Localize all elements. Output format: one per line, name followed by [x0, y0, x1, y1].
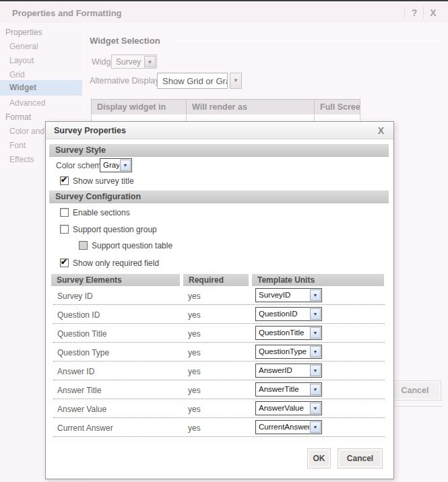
enable-sections-label: Enable sections	[73, 208, 130, 217]
survey-properties-dialog: Survey Properties X Survey Style Color s…	[45, 121, 394, 479]
support-question-group-checkbox[interactable]: ✔	[60, 225, 69, 234]
element-name: Question Title	[57, 329, 106, 339]
template-unit-value: SurveyID	[256, 289, 309, 302]
alternative-display-value: Show Grid or Graph	[162, 76, 228, 86]
required-value: yes	[188, 348, 201, 357]
sidebar-item-advanced[interactable]: Advanced	[0, 96, 82, 110]
element-name: Question Type	[57, 348, 109, 357]
table-row-current-answer: Current Answer yes CurrentAnswer▼	[53, 418, 385, 437]
element-name: Answer Value	[57, 405, 106, 414]
template-unit-value: QuestionTitle	[256, 326, 309, 339]
template-unit-select[interactable]: QuestionID▼	[255, 307, 322, 321]
template-unit-value: AnswerID	[256, 364, 309, 377]
template-unit-select[interactable]: SurveyID▼	[255, 288, 322, 302]
template-unit-select[interactable]: QuestionTitle▼	[255, 326, 322, 340]
template-unit-value: QuestionID	[256, 308, 309, 320]
cancel-button-parent[interactable]: Cancel	[389, 380, 441, 401]
table-row-answer-value: Answer Value yes AnswerValue▼	[53, 399, 385, 418]
template-unit-select[interactable]: AnswerID▼	[255, 364, 322, 378]
support-question-table-checkbox[interactable]: ✔	[79, 241, 88, 250]
titlebar-divider	[404, 7, 405, 19]
color-scheme-value: Gray	[100, 159, 119, 172]
template-unit-select[interactable]: QuestionType▼	[255, 345, 322, 359]
show-survey-title-label: Show survey title	[73, 176, 134, 186]
column-header-display-widget-in: Display widget in	[91, 99, 187, 115]
template-unit-value: QuestionType	[256, 345, 309, 358]
column-header-will-render-as: Will render as	[186, 99, 315, 115]
element-name: Answer ID	[57, 367, 94, 376]
template-unit-select[interactable]: AnswerTitle▼	[255, 382, 322, 397]
sidebar-item-general[interactable]: General	[0, 40, 82, 54]
required-value: yes	[188, 423, 201, 433]
widget-selection-title: Widget Selection	[90, 36, 160, 46]
color-scheme-select[interactable]: Gray ▼	[100, 158, 132, 172]
sidebar-section-properties: Properties	[0, 26, 82, 40]
table-row-question-type: Question Type yes QuestionType▼	[53, 343, 385, 362]
chevron-down-icon[interactable]: ▼	[144, 56, 156, 67]
required-value: yes	[188, 386, 201, 395]
template-unit-select[interactable]: CurrentAnswer▼	[255, 420, 322, 434]
sidebar-item-layout[interactable]: Layout	[0, 54, 82, 68]
alternative-display-label: Alternative Display:	[90, 76, 162, 85]
table-row-answer-title: Answer Title yes AnswerTitle▼	[53, 380, 385, 399]
support-question-table-label: Support question table	[92, 241, 172, 250]
required-value: yes	[188, 310, 201, 320]
dialog-title: Survey Properties	[54, 126, 126, 135]
cancel-button[interactable]: Cancel	[338, 448, 383, 469]
template-unit-value: AnswerTitle	[256, 383, 309, 396]
enable-sections-checkbox[interactable]: ✔	[60, 208, 69, 217]
chevron-down-icon[interactable]: ▼	[310, 289, 321, 301]
support-question-group-label: Support question group	[73, 225, 157, 234]
element-name: Current Answer	[57, 423, 113, 433]
checkmark-icon: ✔	[61, 175, 67, 184]
properties-and-formatting-window: Properties and Formatting ? X Properties…	[0, 0, 448, 482]
chevron-down-icon[interactable]: ▼	[230, 73, 242, 89]
close-icon[interactable]: X	[426, 7, 440, 18]
widget-select[interactable]: Survey ▼	[111, 55, 157, 69]
titlebar-divider	[423, 7, 424, 19]
sidebar-item-widget[interactable]: Widget	[0, 80, 82, 96]
chevron-down-icon[interactable]: ▼	[310, 327, 321, 339]
table-row-question-title: Question Title yes QuestionTitle▼	[53, 324, 385, 343]
template-unit-select[interactable]: AnswerValue▼	[255, 401, 322, 415]
help-icon[interactable]: ?	[408, 7, 421, 18]
dialog-titlebar: Survey Properties X	[46, 122, 393, 139]
survey-style-section-header: Survey Style	[49, 144, 389, 157]
checkmark-icon: ✔	[61, 257, 67, 267]
template-unit-value: AnswerValue	[256, 402, 309, 415]
chevron-down-icon[interactable]: ▼	[310, 421, 321, 433]
close-icon[interactable]: X	[378, 125, 384, 136]
table-row-survey-id: Survey ID yes SurveyID▼	[53, 286, 385, 305]
show-survey-title-checkbox[interactable]: ✔	[60, 176, 69, 185]
color-scheme-label: Color scheme	[56, 161, 106, 170]
column-header-survey-elements: Survey Elements	[51, 274, 180, 286]
section-rule	[173, 40, 441, 41]
show-only-required-field-checkbox[interactable]: ✔	[60, 259, 69, 267]
survey-configuration-section-header: Survey Configuration	[49, 191, 389, 203]
chevron-down-icon[interactable]: ▼	[310, 384, 321, 395]
required-value: yes	[188, 329, 201, 339]
column-header-required: Required	[183, 274, 249, 286]
element-name: Survey ID	[57, 291, 93, 301]
window-title: Properties and Formatting	[12, 8, 122, 18]
table-row-question-id: Question ID yes QuestionID▼	[53, 305, 385, 324]
required-value: yes	[188, 367, 201, 376]
column-header-template-units: Template Units	[252, 274, 384, 286]
element-name: Answer Title	[57, 386, 101, 395]
column-header-full-screen: Full Screen	[314, 99, 360, 115]
chevron-down-icon[interactable]: ▼	[310, 346, 321, 357]
alternative-display-select[interactable]: Show Grid or Graph	[157, 73, 228, 89]
chevron-down-icon[interactable]: ▼	[120, 160, 131, 171]
chevron-down-icon[interactable]: ▼	[310, 403, 321, 414]
element-name: Question ID	[57, 310, 100, 320]
required-value: yes	[188, 291, 201, 301]
template-unit-value: CurrentAnswer	[256, 421, 309, 434]
window-titlebar: Properties and Formatting ? X	[0, 3, 448, 23]
table-row-answer-id: Answer ID yes AnswerID▼	[53, 362, 385, 380]
show-only-required-field-label: Show only required field	[73, 259, 159, 268]
chevron-down-icon[interactable]: ▼	[310, 308, 321, 320]
chevron-down-icon[interactable]: ▼	[310, 365, 321, 376]
required-value: yes	[188, 405, 201, 414]
widget-select-value: Survey	[112, 55, 143, 68]
ok-button[interactable]: OK	[307, 448, 331, 469]
